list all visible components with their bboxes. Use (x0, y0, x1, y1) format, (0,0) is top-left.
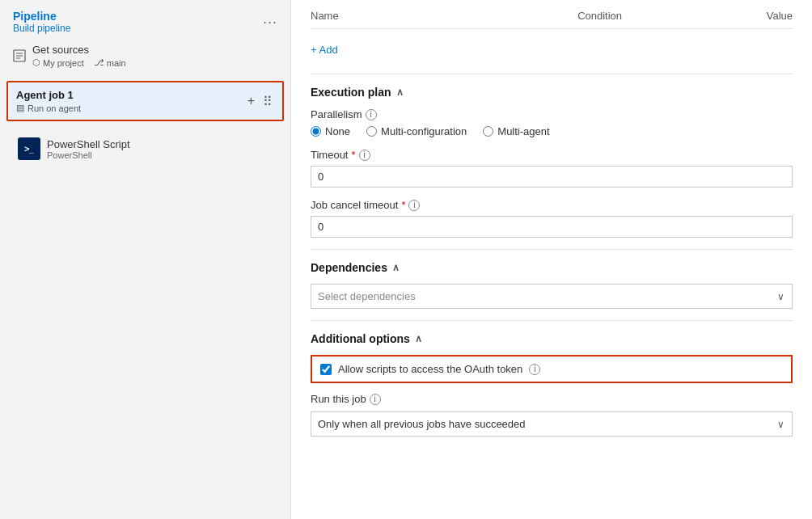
project-name: My project (43, 58, 84, 68)
sidebar: Pipeline Build pipeline ··· Get sources … (0, 0, 291, 519)
timeout-required-star: * (351, 149, 355, 161)
col-value-header: Value (696, 10, 793, 22)
pipeline-title-group: Pipeline Build pipeline (13, 10, 70, 34)
parallelism-options: None Multi-configuration Multi-agent (311, 125, 793, 137)
timeout-info-icon[interactable]: i (359, 150, 370, 161)
get-sources-info: Get sources ⬡ My project ⎇ main (32, 44, 126, 68)
pipeline-menu-icon[interactable]: ··· (263, 14, 277, 31)
execution-plan-chevron: ∧ (396, 86, 404, 98)
powershell-icon: >_ (18, 137, 40, 160)
col-condition-header: Condition (503, 10, 696, 22)
parallelism-none[interactable]: None (311, 125, 350, 137)
get-sources-meta: ⬡ My project ⎇ main (32, 57, 126, 68)
powershell-info: PowerShell Script PowerShell (47, 138, 130, 160)
allow-scripts-label: Allow scripts to access the OAuth token (338, 363, 522, 375)
sidebar-header: Pipeline Build pipeline ··· (0, 0, 290, 37)
get-sources-section[interactable]: Get sources ⬡ My project ⎇ main (0, 37, 290, 74)
branch-icon: ⎇ (94, 57, 104, 68)
agent-job-sub: ▤ Run on agent (16, 103, 81, 113)
job-cancel-info-icon[interactable]: i (408, 200, 420, 211)
parallelism-multiconfig-radio[interactable] (366, 126, 377, 137)
additional-options-section: Additional options ∧ Allow scripts to ac… (311, 320, 793, 437)
branch-meta: ⎇ main (94, 57, 126, 68)
dependencies-select-wrapper: Select dependencies ∨ (311, 284, 793, 309)
agent-job-title: Agent job 1 (16, 89, 81, 101)
col-name-header: Name (311, 10, 503, 22)
execution-plan-header[interactable]: Execution plan ∧ (311, 74, 793, 99)
agent-icon: ▤ (16, 103, 24, 113)
run-this-job-select-wrapper: Only when all previous jobs have succeed… (311, 411, 793, 437)
agent-job-add-button[interactable]: + (246, 92, 256, 110)
parallelism-none-label: None (325, 125, 350, 137)
parallelism-multiconfig[interactable]: Multi-configuration (366, 125, 467, 137)
job-cancel-input[interactable] (311, 216, 793, 238)
parallelism-multiagent-label: Multi-agent (497, 125, 549, 137)
parallelism-multiconfig-label: Multi-configuration (381, 125, 467, 137)
agent-job-block[interactable]: Agent job 1 ▤ Run on agent + ⠿ (6, 81, 284, 121)
agent-job-left: Agent job 1 ▤ Run on agent (16, 89, 81, 113)
branch-name: main (107, 58, 126, 68)
run-this-job-select[interactable]: Only when all previous jobs have succeed… (311, 411, 793, 437)
powershell-title: PowerShell Script (47, 138, 130, 150)
run-this-job-info-icon[interactable]: i (370, 394, 381, 405)
dependencies-header[interactable]: Dependencies ∧ (311, 249, 793, 274)
column-headers: Name Condition Value (311, 0, 793, 29)
job-cancel-label: Job cancel timeout * i (311, 199, 793, 211)
run-this-job-label: Run this job i (311, 393, 793, 405)
execution-plan-title: Execution plan (311, 86, 391, 99)
additional-options-chevron: ∧ (415, 333, 422, 344)
agent-job-subtitle: Run on agent (27, 103, 81, 113)
add-button[interactable]: + Add (311, 39, 338, 61)
parallelism-multiagent[interactable]: Multi-agent (483, 125, 549, 137)
main-panel: Name Condition Value + Add Execution pla… (291, 0, 812, 519)
allow-scripts-info-icon[interactable]: i (529, 364, 540, 375)
allow-scripts-row[interactable]: Allow scripts to access the OAuth token … (311, 355, 793, 383)
parallelism-multiagent-radio[interactable] (483, 126, 493, 137)
allow-scripts-checkbox[interactable] (320, 364, 332, 375)
parallelism-none-radio[interactable] (311, 126, 321, 137)
additional-options-title: Additional options (311, 332, 410, 345)
parallelism-label: Parallelism i (311, 108, 793, 120)
pipeline-subtitle: Build pipeline (13, 23, 70, 34)
timeout-label: Timeout * i (311, 149, 793, 161)
powershell-subtitle: PowerShell (47, 150, 130, 160)
dependencies-chevron: ∧ (392, 262, 400, 273)
timeout-input[interactable] (311, 166, 793, 188)
agent-job-drag-handle[interactable]: ⠿ (263, 94, 274, 109)
job-cancel-required-star: * (401, 199, 405, 211)
dependencies-select[interactable]: Select dependencies (311, 284, 793, 309)
powershell-block[interactable]: >_ PowerShell Script PowerShell (13, 131, 277, 167)
pipeline-title: Pipeline (13, 10, 70, 23)
get-sources-title: Get sources (32, 44, 126, 56)
additional-options-header[interactable]: Additional options ∧ (311, 332, 793, 345)
project-icon: ⬡ (32, 57, 40, 68)
agent-job-actions: + ⠿ (246, 92, 274, 110)
get-sources-icon (13, 49, 26, 62)
parallelism-info-icon[interactable]: i (366, 109, 377, 120)
dependencies-title: Dependencies (311, 261, 387, 274)
project-meta: ⬡ My project (32, 57, 84, 68)
